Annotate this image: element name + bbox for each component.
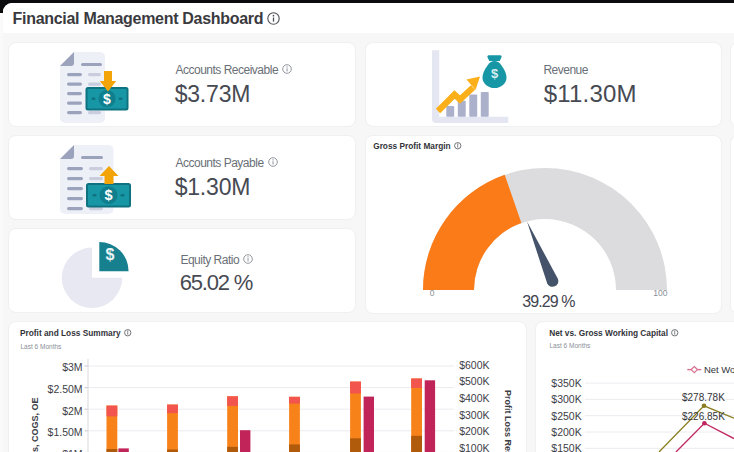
svg-text:$2M: $2M xyxy=(62,405,82,417)
svg-text:$226.85K: $226.85K xyxy=(682,411,725,422)
svg-text:$100K: $100K xyxy=(459,442,489,452)
svg-text:$600K: $600K xyxy=(459,359,489,371)
svg-text:$: $ xyxy=(106,246,115,263)
svg-text:$500K: $500K xyxy=(459,375,489,387)
svg-text:$150K: $150K xyxy=(551,442,581,452)
svg-text:$278.78K: $278.78K xyxy=(682,392,725,403)
svg-text:$: $ xyxy=(104,187,112,203)
svg-text:$200K: $200K xyxy=(459,425,489,437)
svg-text:$3M: $3M xyxy=(62,361,82,373)
svg-text:Net Working Capital: Net Working Capital xyxy=(704,364,734,375)
svg-text:$2.50M: $2.50M xyxy=(48,383,83,395)
svg-text:$: $ xyxy=(103,91,111,107)
svg-text:$1.50M: $1.50M xyxy=(48,426,83,438)
svg-text:$250K: $250K xyxy=(551,410,581,422)
svg-text:100: 100 xyxy=(653,288,667,298)
svg-text:$1M: $1M xyxy=(62,448,82,452)
svg-text:$300K: $300K xyxy=(551,393,581,405)
svg-text:$350K: $350K xyxy=(551,377,581,389)
svg-text:$400K: $400K xyxy=(459,392,489,404)
svg-text:0: 0 xyxy=(430,288,435,298)
svg-text:$: $ xyxy=(491,66,499,81)
svg-text:39.29 %: 39.29 % xyxy=(522,293,575,310)
svg-text:$300K: $300K xyxy=(459,409,489,421)
svg-text:$200K: $200K xyxy=(551,426,581,438)
